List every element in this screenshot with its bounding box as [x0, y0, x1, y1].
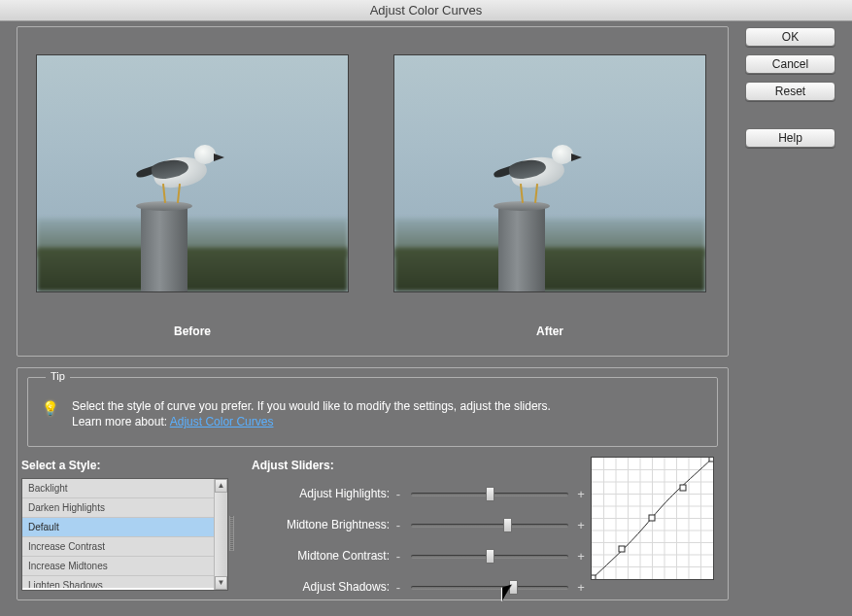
cancel-button[interactable]: Cancel	[745, 54, 835, 74]
style-item[interactable]: Backlight	[22, 479, 214, 498]
tip-text: Select the style of curve you prefer. If…	[72, 398, 551, 429]
style-item[interactable]: Darken Highlights	[22, 498, 214, 518]
list-resize-grip[interactable]	[229, 516, 234, 551]
svg-rect-22	[709, 458, 713, 462]
slider-label: Midtone Contrast:	[252, 549, 392, 563]
slider-row: Midtone Contrast:-+	[252, 540, 588, 571]
svg-rect-19	[619, 546, 625, 552]
style-item[interactable]: Default	[22, 518, 214, 537]
style-item[interactable]: Increase Midtones	[22, 557, 214, 576]
ok-button[interactable]: OK	[745, 27, 835, 47]
curve-graph[interactable]	[591, 457, 714, 580]
adjust-sliders-label: Adjust Sliders:	[252, 459, 334, 472]
slider-plus-button[interactable]: +	[574, 518, 588, 532]
style-item[interactable]: Increase Contrast	[22, 537, 214, 557]
slider-plus-button[interactable]: +	[574, 549, 588, 564]
slider-thumb[interactable]	[503, 518, 512, 532]
select-style-label: Select a Style:	[21, 459, 100, 472]
preview-after-image	[393, 54, 706, 292]
style-scrollbar[interactable]: ▲ ▼	[214, 479, 227, 590]
preview-after-label: After	[393, 325, 706, 338]
slider-label: Midtone Brightness:	[252, 518, 392, 531]
reset-button[interactable]: Reset	[745, 82, 835, 101]
style-listbox[interactable]: BacklightDarken HighlightsDefaultIncreas…	[21, 478, 228, 591]
tip-frame: Tip 💡 Select the style of curve you pref…	[27, 377, 718, 447]
preview-panel: Before After	[17, 26, 729, 357]
scroll-up-icon[interactable]: ▲	[215, 479, 227, 493]
slider-minus-button[interactable]: -	[392, 518, 405, 532]
scroll-down-icon[interactable]: ▼	[215, 576, 227, 590]
slider-track[interactable]	[411, 550, 568, 562]
slider-row: Midtone Brightness:-+	[252, 509, 588, 540]
slider-plus-button[interactable]: +	[574, 487, 588, 501]
preview-before-label: Before	[36, 325, 349, 338]
tip-legend: Tip	[46, 370, 70, 382]
slider-minus-button[interactable]: -	[392, 580, 405, 595]
slider-row: Adjust Shadows:-+	[252, 571, 588, 602]
slider-minus-button[interactable]: -	[392, 549, 405, 564]
preview-before-image	[36, 54, 349, 292]
slider-track[interactable]	[411, 581, 568, 593]
slider-minus-button[interactable]: -	[392, 487, 405, 501]
controls-panel: Tip 💡 Select the style of curve you pref…	[17, 367, 729, 600]
svg-rect-18	[592, 575, 596, 579]
slider-row: Adjust Highlights:-+	[252, 478, 588, 509]
preview-before: Before	[36, 54, 349, 338]
slider-label: Adjust Highlights:	[252, 487, 392, 500]
slider-thumb[interactable]	[509, 580, 518, 595]
dialog-button-column: OK Cancel Reset Help	[745, 27, 835, 148]
help-button[interactable]: Help	[745, 128, 835, 148]
slider-thumb[interactable]	[486, 487, 494, 501]
dialog-title: Adjust Color Curves	[370, 3, 483, 17]
slider-label: Adjust Shadows:	[252, 580, 392, 594]
style-item[interactable]: Lighten Shadows	[22, 576, 214, 588]
tip-link[interactable]: Adjust Color Curves	[170, 415, 274, 428]
svg-rect-20	[649, 515, 655, 521]
slider-plus-button[interactable]: +	[574, 580, 588, 595]
lightbulb-icon: 💡	[42, 398, 58, 429]
svg-rect-21	[680, 485, 686, 491]
preview-after: After	[393, 54, 706, 338]
slider-track[interactable]	[411, 519, 568, 530]
slider-thumb[interactable]	[486, 549, 494, 564]
dialog-titlebar: Adjust Color Curves	[0, 0, 852, 21]
slider-track[interactable]	[411, 488, 568, 499]
